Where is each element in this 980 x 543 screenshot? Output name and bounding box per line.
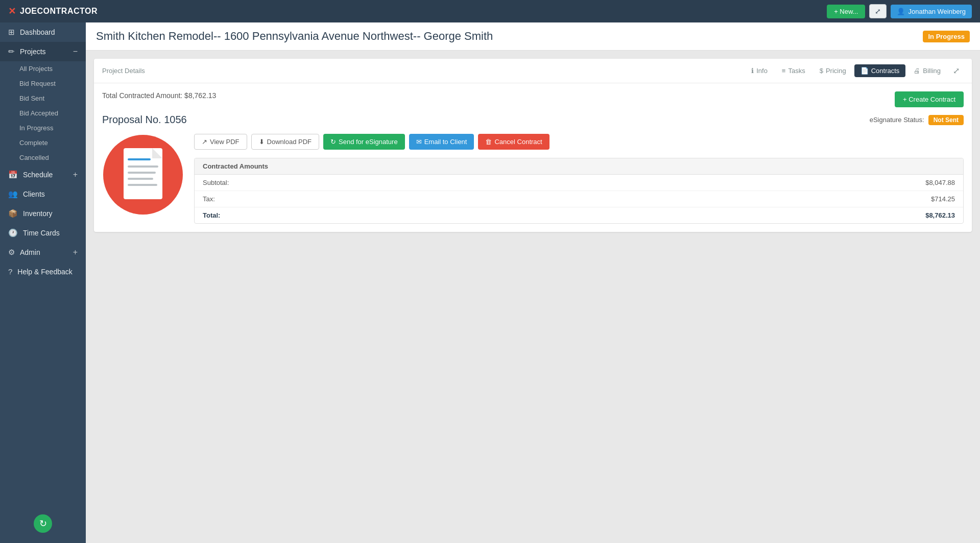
amounts-table: Contracted Amounts Subtotal: $8,047.88 T… (194, 158, 964, 224)
user-label: Jonathan Weinberg (908, 8, 966, 15)
refresh-icon: ↻ (34, 514, 52, 533)
project-title: Smith Kitchen Remodel-- 1600 Pennsylvani… (96, 30, 493, 43)
send-esignature-button[interactable]: ↻ Send for eSignature (323, 134, 405, 150)
svg-rect-4 (128, 172, 156, 174)
tab-pricing-label: Pricing (826, 67, 846, 75)
total-label: Total: (203, 211, 220, 219)
tasks-icon: ≡ (782, 67, 786, 75)
help-icon: ? (8, 267, 12, 276)
sidebar-item-schedule[interactable]: 📅 Schedule + (0, 165, 86, 184)
proposal-body: ↗ View PDF ⬇ Download PDF ↻ Send for eSi… (102, 134, 964, 224)
sidebar-item-all-projects[interactable]: All Projects (0, 61, 86, 76)
sidebar-item-cancelled[interactable]: Cancelled (0, 150, 86, 165)
sidebar-label-help: Help & Feedback (17, 268, 72, 276)
proposal-section: Proposal No. 1056 eSignature Status: Not… (102, 114, 964, 224)
proposal-title: Proposal No. 1056 (102, 114, 187, 126)
download-pdf-icon: ⬇ (259, 138, 265, 146)
svg-rect-5 (128, 178, 153, 180)
sidebar-label-inventory: Inventory (23, 209, 53, 218)
sidebar-item-bid-sent[interactable]: Bid Sent (0, 91, 86, 106)
view-pdf-icon: ↗ (202, 138, 207, 146)
sidebar-label-schedule: Schedule (23, 171, 53, 179)
sidebar-label-clients: Clients (23, 190, 45, 198)
user-icon: 👤 (897, 8, 905, 15)
user-menu-button[interactable]: 👤 Jonathan Weinberg (891, 5, 972, 18)
tab-billing-label: Billing (923, 67, 941, 75)
total-contracted-amount: Total Contracted Amount: $8,762.13 (102, 91, 216, 100)
project-card-header: Project Details ℹ Info ≡ Tasks $ Pricing (94, 59, 972, 83)
admin-add-icon[interactable]: + (73, 248, 78, 257)
contract-document-icon (102, 134, 184, 216)
admin-icon: ⚙ (8, 248, 15, 257)
top-nav: ✕ JoeContractor + New... ⤢ 👤 Jonathan We… (0, 0, 980, 22)
sidebar-item-time-cards[interactable]: 🕐 Time Cards (0, 223, 86, 243)
tax-value: $714.25 (931, 195, 955, 203)
expand-button[interactable]: ⤢ (949, 64, 964, 78)
tab-tasks[interactable]: ≡ Tasks (776, 64, 811, 77)
sidebar-label-dashboard: Dashboard (20, 28, 55, 36)
sidebar-item-help[interactable]: ? Help & Feedback (0, 262, 86, 281)
tab-info[interactable]: ℹ Info (745, 64, 774, 77)
subtotal-value: $8,047.88 (925, 179, 955, 186)
esignature-not-sent-badge: Not Sent (928, 115, 964, 125)
cancel-contract-label: Cancel Contract (494, 138, 542, 146)
view-pdf-button[interactable]: ↗ View PDF (194, 134, 247, 150)
sidebar-bottom: ↻ (0, 504, 86, 543)
tab-billing[interactable]: 🖨 Billing (907, 64, 947, 77)
create-contract-button[interactable]: + Create Contract (895, 91, 964, 107)
tab-tasks-label: Tasks (788, 67, 805, 75)
sidebar-item-admin[interactable]: ⚙ Admin + (0, 243, 86, 262)
tab-pricing[interactable]: $ Pricing (814, 64, 852, 77)
amounts-header: Contracted Amounts (195, 158, 963, 175)
amounts-row-total: Total: $8,762.13 (195, 207, 963, 223)
top-nav-right: + New... ⤢ 👤 Jonathan Weinberg (827, 4, 972, 18)
subtotal-label: Subtotal: (203, 179, 229, 186)
sidebar-item-dashboard[interactable]: ⊞ Dashboard (0, 22, 86, 42)
sidebar-item-in-progress[interactable]: In Progress (0, 121, 86, 135)
esignature-status: eSignature Status: Not Sent (870, 115, 964, 125)
pricing-icon: $ (820, 67, 823, 75)
project-details-label: Project Details (102, 67, 145, 75)
sidebar-item-bid-request[interactable]: Bid Request (0, 76, 86, 91)
logo-x-icon: ✕ (8, 6, 16, 17)
tab-contracts[interactable]: 📄 Contracts (854, 64, 906, 77)
contracts-icon: 📄 (861, 67, 869, 75)
inventory-icon: 📦 (8, 209, 18, 218)
sidebar-bottom-btn[interactable]: ↻ (0, 509, 86, 538)
email-icon: ✉ (416, 138, 422, 146)
cancel-contract-button[interactable]: 🗑 Cancel Contract (478, 134, 549, 150)
schedule-icon: 📅 (8, 170, 18, 179)
proposal-header: Proposal No. 1056 eSignature Status: Not… (102, 114, 964, 126)
projects-icon: ✏ (8, 47, 15, 56)
sidebar-item-inventory[interactable]: 📦 Inventory (0, 204, 86, 223)
send-esig-label: Send for eSignature (339, 138, 398, 146)
sidebar-label-time-cards: Time Cards (23, 229, 60, 237)
tax-label: Tax: (203, 195, 215, 203)
sidebar-item-projects[interactable]: ✏ Projects − (0, 42, 86, 61)
sidebar-item-complete[interactable]: Complete (0, 135, 86, 150)
fullscreen-button[interactable]: ⤢ (869, 4, 887, 18)
projects-collapse-icon[interactable]: − (73, 47, 78, 56)
download-pdf-label: Download PDF (267, 138, 312, 146)
main-content: Smith Kitchen Remodel-- 1600 Pennsylvani… (86, 22, 980, 543)
download-pdf-button[interactable]: ⬇ Download PDF (251, 134, 319, 150)
clients-icon: 👥 (8, 190, 18, 199)
tab-contracts-label: Contracts (871, 67, 900, 75)
schedule-add-icon[interactable]: + (73, 170, 78, 179)
cancel-icon: 🗑 (485, 138, 492, 146)
email-client-button[interactable]: ✉ Email to Client (409, 134, 474, 150)
contract-content: Total Contracted Amount: $8,762.13 + Cre… (94, 83, 972, 232)
project-card: Project Details ℹ Info ≡ Tasks $ Pricing (94, 59, 972, 232)
view-pdf-label: View PDF (210, 138, 240, 146)
svg-rect-2 (128, 158, 151, 160)
amounts-row-subtotal: Subtotal: $8,047.88 (195, 175, 963, 191)
dashboard-icon: ⊞ (8, 28, 15, 37)
tab-info-label: Info (756, 67, 768, 75)
new-button[interactable]: + New... (827, 5, 865, 18)
sidebar-item-clients[interactable]: 👥 Clients (0, 184, 86, 204)
sidebar-item-bid-accepted[interactable]: Bid Accepted (0, 106, 86, 121)
svg-rect-3 (128, 166, 158, 168)
contract-details: ↗ View PDF ⬇ Download PDF ↻ Send for eSi… (194, 134, 964, 224)
email-client-label: Email to Client (424, 138, 467, 146)
logo-text: JoeContractor (20, 7, 98, 16)
